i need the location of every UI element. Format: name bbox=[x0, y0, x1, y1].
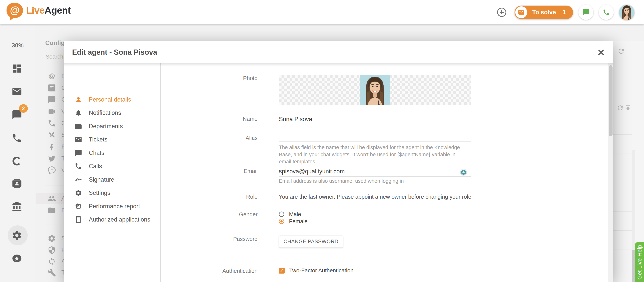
chat-icon bbox=[582, 9, 590, 16]
radio-checked-icon[interactable] bbox=[279, 219, 284, 224]
logo-agent-text: Agent bbox=[44, 5, 71, 16]
time-usage-icon[interactable] bbox=[12, 156, 22, 166]
folder-icon bbox=[74, 122, 82, 130]
email-help-text: Email address is also username, used whe… bbox=[279, 178, 469, 185]
close-icon bbox=[597, 49, 605, 56]
role-label: Role bbox=[200, 194, 258, 200]
modal-scrollbar[interactable] bbox=[608, 63, 613, 282]
top-bar: @ LiveAgent To solve 1 bbox=[0, 0, 644, 24]
tab-settings[interactable]: Settings bbox=[64, 187, 160, 199]
system-icon bbox=[48, 234, 56, 243]
background-scrollbar[interactable] bbox=[632, 150, 635, 282]
contact-form-icon bbox=[48, 84, 56, 92]
divider bbox=[613, 96, 644, 96]
refresh-icon[interactable] bbox=[616, 104, 624, 112]
password-label: Password bbox=[200, 236, 258, 242]
modal-title: Edit agent - Sona Pisova bbox=[72, 48, 157, 57]
scrollbar-thumb[interactable] bbox=[632, 250, 635, 282]
name-underline bbox=[279, 125, 471, 125]
tab-notifications[interactable]: Notifications bbox=[64, 107, 160, 119]
photo-label: Photo bbox=[200, 75, 258, 81]
signature-icon bbox=[74, 176, 82, 183]
smartphone-icon bbox=[74, 216, 82, 223]
email-label: Email bbox=[200, 168, 258, 174]
logo-live-text: Live bbox=[26, 5, 44, 16]
contacts-icon[interactable] bbox=[12, 178, 22, 189]
logo-bubble-icon: @ bbox=[6, 3, 23, 18]
tab-personal-details[interactable]: Personal details bbox=[64, 94, 160, 106]
facebook-icon bbox=[48, 143, 56, 151]
edit-agent-modal: Edit agent - Sona Pisova Personal detail… bbox=[64, 41, 613, 282]
chats-button[interactable] bbox=[578, 5, 593, 20]
scrollbar-thumb[interactable] bbox=[609, 65, 612, 136]
settings-icon[interactable] bbox=[12, 230, 22, 241]
authentication-label: Authentication bbox=[200, 268, 258, 274]
agents-icon bbox=[48, 194, 56, 203]
tab-tickets[interactable]: Tickets bbox=[64, 134, 160, 146]
to-solve-button[interactable]: To solve 1 bbox=[514, 6, 573, 19]
add-button[interactable] bbox=[494, 5, 509, 20]
change-password-button[interactable]: CHANGE PASSWORD bbox=[279, 235, 343, 248]
envelope-icon bbox=[74, 136, 82, 143]
gear-icon bbox=[74, 189, 82, 197]
name-input[interactable]: Sona Pisova bbox=[279, 116, 312, 123]
refresh-icon[interactable] bbox=[617, 47, 625, 56]
chat-icon bbox=[48, 95, 56, 104]
calls-icon[interactable] bbox=[12, 133, 22, 143]
modal-header: Edit agent - Sona Pisova bbox=[64, 41, 613, 63]
close-button[interactable] bbox=[596, 47, 606, 58]
star-icon[interactable] bbox=[12, 253, 22, 264]
table-row-line bbox=[613, 211, 632, 211]
departments-icon bbox=[48, 206, 56, 215]
tab-calls[interactable]: Calls bbox=[64, 160, 160, 172]
get-live-help-tab[interactable]: Get Live Help bbox=[635, 242, 644, 282]
dashboard-icon[interactable] bbox=[12, 63, 22, 74]
tab-authorized-applications[interactable]: Authorized applications bbox=[64, 214, 160, 225]
chat-icon bbox=[74, 149, 82, 157]
plus-circle-icon bbox=[496, 7, 507, 18]
get-live-help-label: Get Live Help bbox=[636, 245, 643, 280]
automation-icon bbox=[48, 257, 56, 266]
to-solve-label: To solve bbox=[532, 9, 556, 16]
alias-underline bbox=[279, 141, 471, 142]
gender-option-male[interactable]: Male bbox=[279, 211, 301, 218]
radio-unchecked-icon[interactable] bbox=[279, 211, 284, 217]
alias-help-text: The alias field is the name that will be… bbox=[279, 144, 469, 165]
email-input[interactable]: spisova@qualityunit.com bbox=[279, 168, 345, 175]
tickets-badge: 2 bbox=[19, 104, 28, 113]
checkbox-checked-icon[interactable]: ✓ bbox=[279, 268, 284, 273]
password-manager-icon[interactable] bbox=[460, 169, 467, 176]
tab-signature[interactable]: Signature bbox=[64, 174, 160, 186]
gender-option-female[interactable]: Female bbox=[279, 218, 308, 225]
at-icon: @ bbox=[48, 72, 56, 80]
tickets-icon[interactable] bbox=[12, 86, 22, 97]
privacy-icon bbox=[48, 246, 56, 254]
liveagent-logo[interactable]: @ LiveAgent bbox=[6, 3, 71, 18]
chip-icon bbox=[74, 202, 82, 210]
to-solve-count: 1 bbox=[562, 9, 566, 16]
tab-chats[interactable]: Chats bbox=[64, 147, 160, 159]
user-avatar[interactable] bbox=[619, 5, 634, 20]
tools-icon bbox=[48, 268, 56, 277]
calls-button[interactable] bbox=[599, 5, 614, 20]
two-factor-toggle[interactable]: ✓ Two-Factor Authentication bbox=[279, 267, 354, 274]
agent-photo bbox=[360, 75, 390, 105]
table-row-line bbox=[613, 230, 632, 231]
billing-icon[interactable] bbox=[12, 201, 22, 212]
phone-icon bbox=[74, 162, 82, 170]
role-message: You are the last owner. Please appoint a… bbox=[279, 194, 473, 200]
tab-performance-report[interactable]: Performance report bbox=[64, 200, 160, 212]
photo-dropzone[interactable] bbox=[279, 75, 471, 105]
call-icon bbox=[48, 119, 56, 127]
bell-icon bbox=[74, 109, 82, 117]
upload-icon[interactable] bbox=[624, 104, 632, 112]
tab-departments[interactable]: Departments bbox=[64, 120, 160, 132]
table-row-line bbox=[613, 249, 632, 250]
twitter-icon bbox=[48, 154, 56, 163]
email-underline bbox=[279, 176, 471, 177]
to-solve-envelope-badge bbox=[515, 6, 527, 18]
viber-icon bbox=[48, 166, 56, 174]
name-label: Name bbox=[200, 116, 258, 122]
modal-header-shadow bbox=[64, 63, 613, 66]
envelope-icon bbox=[518, 9, 525, 16]
